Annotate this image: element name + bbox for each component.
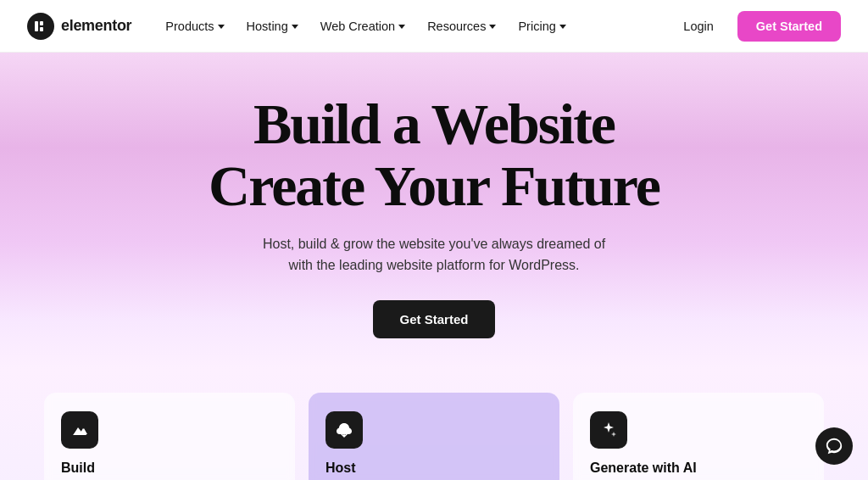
hero-title: Build a Website Create Your Future <box>27 93 841 218</box>
chevron-down-icon <box>218 25 225 29</box>
card-build-title: Build <box>61 460 278 476</box>
card-ai-title: Generate with AI <box>590 460 807 476</box>
chevron-down-icon <box>489 25 496 29</box>
logo[interactable]: elementor <box>27 13 131 40</box>
svg-rect-1 <box>40 21 43 25</box>
nav-item-web-creation[interactable]: Web Creation <box>310 13 415 40</box>
navbar: elementor Products Hosting Web Creation … <box>0 0 868 53</box>
host-icon <box>326 411 363 449</box>
nav-item-products[interactable]: Products <box>155 13 234 40</box>
chevron-down-icon <box>292 25 298 29</box>
chat-bubble-button[interactable] <box>815 427 853 465</box>
chevron-down-icon <box>559 25 566 29</box>
chat-icon <box>825 437 843 455</box>
ai-icon <box>590 411 627 449</box>
cards-section: Build Bring your vision to life with the… <box>0 369 868 480</box>
chevron-down-icon <box>398 25 405 29</box>
logo-text: elementor <box>61 17 131 35</box>
hero-section: Build a Website Create Your Future Host,… <box>0 53 868 369</box>
nav-actions: Login Get Started <box>673 11 841 42</box>
hero-cta-button[interactable]: Get Started <box>373 300 496 338</box>
logo-icon <box>27 13 54 40</box>
nav-item-pricing[interactable]: Pricing <box>508 13 576 40</box>
card-ai: Generate with AI Supercharge your sites … <box>573 393 824 480</box>
get-started-nav-button[interactable]: Get Started <box>737 11 841 42</box>
login-button[interactable]: Login <box>673 13 723 40</box>
nav-links: Products Hosting Web Creation Resources … <box>155 13 673 40</box>
svg-rect-2 <box>40 27 43 31</box>
card-build: Build Bring your vision to life with the… <box>44 393 295 480</box>
nav-item-hosting[interactable]: Hosting <box>236 13 309 40</box>
card-host: Host Grow with lightning-fast, scalable … <box>309 393 559 480</box>
hero-subtitle: Host, build & grow the website you've al… <box>27 233 841 276</box>
svg-rect-0 <box>35 21 38 31</box>
card-host-title: Host <box>326 460 542 476</box>
cards-grid: Build Bring your vision to life with the… <box>44 393 824 480</box>
build-icon <box>61 411 98 449</box>
nav-item-resources[interactable]: Resources <box>417 13 506 40</box>
